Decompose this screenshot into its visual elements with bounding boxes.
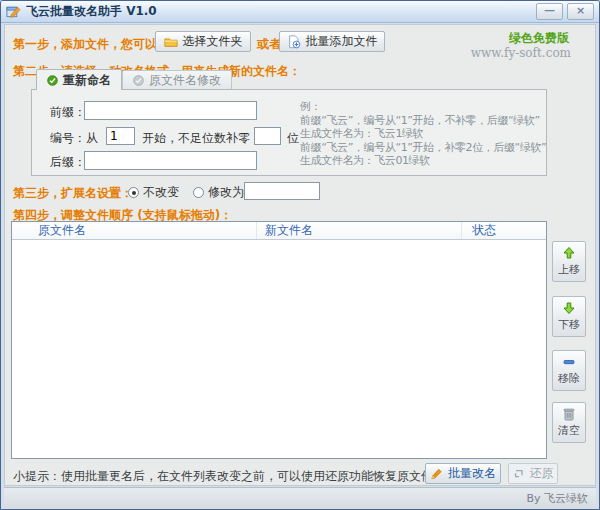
prefix-label: 前缀：	[50, 104, 86, 121]
batch-rename-label: 批量改名	[448, 465, 496, 482]
batch-rename-button[interactable]: 批量改名	[425, 463, 501, 484]
column-header-status[interactable]: 状态	[462, 222, 546, 239]
radio-keep-extension[interactable]: 不改变	[128, 184, 179, 201]
app-icon	[6, 4, 21, 19]
example-text: 例： 前缀“飞云”，编号从“1”开始，不补零，后缀“绿软” 生成文件名为：飞云1…	[300, 100, 546, 168]
pad-zero-label: 开始，不足位数补零	[142, 130, 250, 147]
prefix-input[interactable]	[84, 101, 257, 120]
move-down-label: 下移	[558, 317, 580, 332]
example-line: 例：	[300, 100, 546, 114]
statusbar: By 飞云绿软	[4, 487, 596, 508]
credit-label: By 飞云绿软	[526, 491, 588, 506]
file-list-body[interactable]	[12, 240, 546, 459]
minus-icon	[562, 355, 576, 369]
arrow-down-icon	[562, 301, 576, 315]
move-up-button[interactable]: 上移	[552, 241, 586, 282]
close-button[interactable]: ×	[567, 3, 594, 20]
remove-button[interactable]: 移除	[552, 350, 586, 391]
example-line: 生成文件名为：飞云1绿软	[300, 127, 546, 141]
suffix-input[interactable]	[84, 151, 257, 170]
number-from-label: 编号：从	[50, 130, 98, 147]
number-start-input[interactable]	[106, 127, 135, 145]
radio-keep-label: 不改变	[143, 184, 179, 201]
restore-icon	[513, 468, 525, 480]
window-title: 飞云批量改名助手 V1.0	[26, 3, 532, 20]
move-down-button[interactable]: 下移	[552, 296, 586, 337]
example-line: 前缀“飞云”，编号从“1”开始，不补零，后缀“绿软”	[300, 114, 546, 128]
pad-digits-input[interactable]	[254, 127, 281, 145]
batch-add-files-label: 批量添加文件	[306, 33, 378, 50]
tab-modify-original[interactable]: 原文件名修改	[122, 70, 232, 90]
arrow-up-icon	[562, 246, 576, 260]
restore-label: 还原	[530, 465, 554, 482]
rename-options-panel: 前缀： 编号：从 开始，不足位数补零 位 后缀： 例： 前缀“飞云”，编号从“1…	[31, 89, 547, 176]
choose-folder-label: 选择文件夹	[183, 33, 243, 50]
step3-label: 第三步，扩展名设置：	[13, 185, 133, 202]
digits-unit-label: 位	[287, 130, 299, 147]
minimize-button[interactable]: —	[536, 3, 563, 20]
step1-label: 第一步，添加文件，您可以：	[13, 36, 169, 53]
tab-modify-original-label: 原文件名修改	[149, 72, 221, 89]
example-line: 前缀“飞云”，编号从“1”开始，补零2位，后缀“绿软”	[300, 141, 546, 155]
batch-add-files-button[interactable]: 批量添加文件	[279, 31, 385, 52]
client-area: 第一步，添加文件，您可以： 选择文件夹 或者 批量添加文件 绿色免费版	[4, 24, 596, 486]
example-line: 生成文件名为：飞云01绿软	[300, 154, 546, 168]
gray-dot-check-icon	[133, 75, 144, 86]
folder-icon	[164, 35, 178, 49]
app-window: 飞云批量改名助手 V1.0 — × 第一步，添加文件，您可以： 选择文件夹 或者	[0, 0, 600, 510]
tab-rename-new-label: 重新命名	[63, 72, 111, 89]
file-list-header: 原文件名 新文件名 状态	[12, 222, 546, 240]
restore-button[interactable]: 还原	[508, 463, 558, 484]
or-label: 或者	[257, 36, 281, 53]
clear-button[interactable]: 清空	[552, 402, 586, 443]
clear-label: 清空	[558, 423, 580, 438]
website-label: www.fy-soft.com	[471, 46, 571, 60]
titlebar: 飞云批量改名助手 V1.0 — ×	[1, 1, 599, 23]
radio-unselected-icon	[193, 187, 204, 198]
trash-icon	[562, 407, 576, 421]
column-header-original-name[interactable]: 原文件名	[12, 222, 257, 239]
radio-selected-icon	[128, 187, 139, 198]
remove-label: 移除	[558, 371, 580, 386]
add-file-icon	[287, 35, 301, 49]
choose-folder-button[interactable]: 选择文件夹	[155, 31, 251, 52]
extension-input[interactable]	[244, 182, 320, 200]
pencil-icon	[430, 467, 443, 480]
tab-rename-new[interactable]: 重新命名	[36, 69, 122, 90]
file-list: 原文件名 新文件名 状态	[11, 221, 547, 459]
edition-label: 绿色免费版	[509, 30, 569, 47]
green-dot-check-icon	[47, 75, 58, 86]
suffix-label: 后缀：	[50, 154, 86, 171]
hint-text: 小提示：使用批量更名后，在文件列表改变之前，可以使用还原功能恢复原文件名	[13, 468, 445, 485]
rename-tabstrip: 重新命名 原文件名修改	[36, 69, 232, 90]
move-up-label: 上移	[558, 262, 580, 277]
column-header-new-name[interactable]: 新文件名	[257, 222, 462, 239]
